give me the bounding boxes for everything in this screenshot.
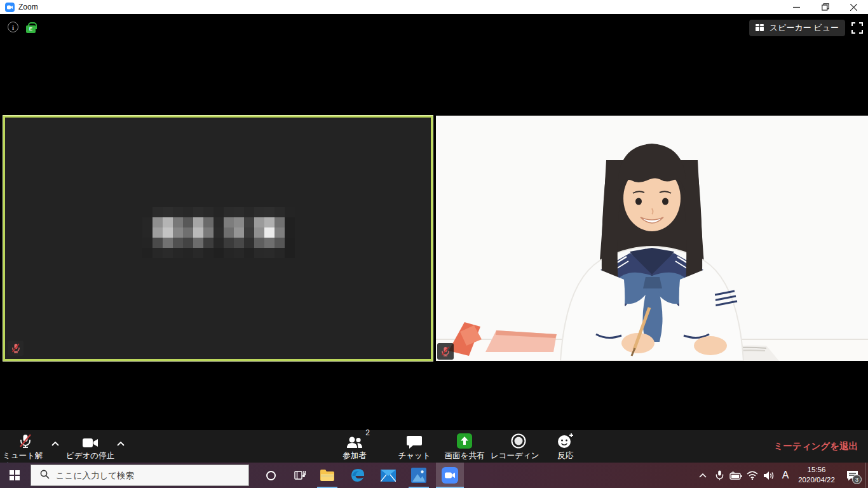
record-icon — [511, 432, 526, 449]
system-tray: A 15:56 2020/04/22 3 — [695, 463, 868, 488]
share-screen-label: 画面を共有 — [445, 451, 485, 461]
muted-mic-icon — [437, 343, 454, 360]
show-desktop-button[interactable] — [865, 463, 868, 488]
taskbar-photos[interactable] — [405, 463, 433, 488]
tray-chevron-icon[interactable] — [695, 463, 711, 488]
participants-label: 参加者 — [342, 451, 367, 461]
task-view-button[interactable] — [286, 463, 314, 488]
windows-taskbar: A 15:56 2020/04/22 3 — [0, 463, 868, 488]
share-screen-icon — [457, 432, 472, 449]
meeting-area: i E スピーカー ビュー — [0, 14, 868, 463]
chat-button[interactable]: チャット — [395, 432, 433, 461]
leave-meeting-button[interactable]: ミーティングを退出 — [773, 440, 858, 452]
fullscreen-icon[interactable] — [851, 22, 863, 34]
zoom-app-icon — [5, 3, 15, 12]
encryption-lock-icon[interactable]: E — [26, 25, 36, 33]
start-button[interactable] — [0, 463, 29, 488]
participant-video-photo — [436, 116, 868, 361]
notification-badge: 3 — [852, 475, 862, 484]
muted-mic-icon — [18, 432, 33, 449]
cortana-button[interactable] — [257, 463, 285, 488]
close-button[interactable] — [839, 0, 868, 14]
video-tile-participant[interactable] — [436, 116, 868, 361]
window-title: Zoom — [18, 3, 38, 11]
chat-label: チャット — [398, 451, 430, 461]
reactions-label: 反応 — [558, 451, 574, 461]
encryption-letter: E — [26, 26, 36, 32]
share-screen-button[interactable]: 画面を共有 — [442, 432, 487, 461]
edge-browser-icon — [350, 468, 365, 483]
participants-button[interactable]: 2 参加者 — [336, 432, 374, 461]
meeting-toolbar: ミュート解除 ビデオの停止 — [0, 430, 868, 463]
video-grid — [0, 116, 868, 361]
audio-options-chevron[interactable] — [50, 438, 61, 449]
stop-video-label: ビデオの停止 — [66, 451, 114, 461]
speaker-view-label: スピーカー ビュー — [770, 22, 839, 34]
tray-wifi-icon[interactable] — [744, 463, 761, 488]
gallery-view-icon — [756, 24, 765, 32]
clock-time: 15:56 — [794, 465, 839, 475]
task-view-icon — [294, 470, 306, 480]
taskbar-search[interactable] — [31, 464, 249, 486]
video-camera-icon — [82, 432, 98, 449]
windows-logo-icon — [10, 470, 20, 480]
search-icon — [40, 470, 50, 482]
window-titlebar: Zoom — [0, 0, 868, 14]
tray-battery-icon[interactable] — [728, 463, 744, 488]
video-tile-self[interactable] — [3, 116, 433, 361]
meeting-info-icon[interactable]: i — [8, 22, 18, 32]
photos-icon — [411, 468, 426, 483]
participants-icon: 2 — [346, 432, 363, 449]
blurred-participant-name — [142, 207, 295, 258]
restore-button[interactable] — [811, 0, 839, 14]
taskbar-zoom[interactable] — [436, 463, 464, 488]
video-options-chevron[interactable] — [115, 438, 126, 449]
taskbar-file-explorer[interactable] — [313, 463, 341, 488]
zoom-taskbar-icon — [442, 467, 458, 484]
clock-date: 2020/04/22 — [794, 475, 839, 485]
taskbar-mail[interactable] — [374, 463, 402, 488]
tray-volume-icon[interactable] — [761, 463, 777, 488]
speaker-view-button[interactable]: スピーカー ビュー — [749, 20, 845, 36]
action-center-button[interactable]: 3 — [839, 463, 865, 488]
taskbar-edge[interactable] — [344, 463, 372, 488]
reactions-button[interactable]: 反応 — [548, 432, 583, 461]
taskbar-clock[interactable]: 15:56 2020/04/22 — [794, 465, 839, 485]
search-input[interactable] — [56, 471, 227, 480]
file-explorer-icon — [320, 469, 335, 482]
participants-count: 2 — [365, 428, 370, 437]
stop-video-button[interactable]: ビデオの停止 — [65, 432, 116, 461]
minimize-button[interactable] — [782, 0, 811, 14]
cortana-icon — [266, 471, 276, 480]
reactions-icon — [557, 432, 574, 449]
chat-icon — [407, 432, 422, 449]
tray-microphone-icon[interactable] — [711, 463, 728, 488]
ime-indicator[interactable]: A — [777, 463, 794, 488]
mail-icon — [381, 470, 396, 482]
muted-mic-icon — [8, 341, 24, 356]
